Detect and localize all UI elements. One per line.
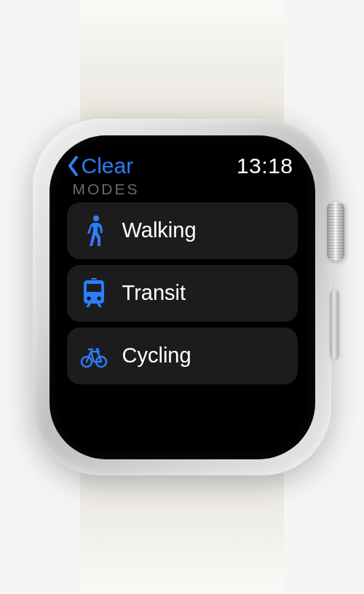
svg-point-6 <box>96 348 99 351</box>
mode-item-walking[interactable]: Walking <box>67 202 298 259</box>
walking-icon <box>80 215 108 247</box>
cycling-icon <box>80 340 108 372</box>
mode-label: Walking <box>122 218 197 242</box>
watch-band-top <box>80 0 284 138</box>
section-header: MODES <box>67 181 298 202</box>
transit-icon <box>80 277 108 309</box>
digital-crown[interactable] <box>327 202 344 261</box>
mode-label: Transit <box>122 281 186 305</box>
modes-list: Walking Transit <box>67 202 298 384</box>
watch-case: Clear 13:18 MODES Walking <box>33 119 331 475</box>
svg-point-1 <box>87 296 90 300</box>
svg-rect-3 <box>91 278 97 280</box>
back-label: Clear <box>82 154 134 178</box>
watch-band-bottom <box>80 456 284 594</box>
clock-time: 13:18 <box>237 154 293 178</box>
svg-point-2 <box>97 296 100 300</box>
mode-item-cycling[interactable]: Cycling <box>67 328 298 384</box>
chevron-left-icon <box>67 155 80 177</box>
mode-label: Cycling <box>122 344 191 368</box>
svg-point-0 <box>93 215 99 221</box>
side-button[interactable] <box>330 290 339 359</box>
screen: Clear 13:18 MODES Walking <box>67 153 298 442</box>
screen-bezel: Clear 13:18 MODES Walking <box>50 135 315 459</box>
back-button[interactable]: Clear <box>67 154 134 178</box>
mode-item-transit[interactable]: Transit <box>67 265 298 322</box>
